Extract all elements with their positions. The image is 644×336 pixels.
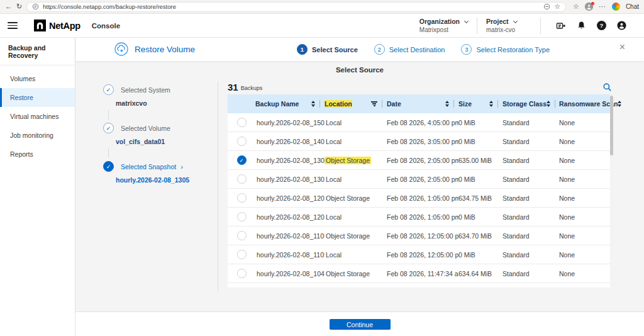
copilot-icon[interactable]	[612, 3, 620, 11]
ransomware-scan-cell: None	[559, 194, 613, 202]
sidebar-item-label: Virtual machines	[10, 113, 58, 120]
progress-connector	[108, 148, 109, 158]
sort-icon[interactable]	[445, 101, 449, 107]
sidebar-item[interactable]: Volumes	[0, 69, 75, 88]
divider	[477, 18, 477, 34]
column-divider	[497, 100, 498, 108]
column-header[interactable]: Backup Name	[255, 94, 325, 113]
table-row[interactable]: hourly.2026-02-08_1305 Local Feb 08 2026…	[228, 170, 613, 189]
column-header[interactable]: Date	[387, 94, 458, 113]
row-radio[interactable]	[237, 193, 247, 203]
sidebar-item-label: Volumes	[10, 75, 35, 82]
progress-item[interactable]: Selected System matrixcvo	[103, 84, 218, 123]
table-row[interactable]: hourly.2026-02-08_1405 Local Feb 08 2026…	[228, 132, 613, 151]
netapp-logo-mark	[34, 20, 46, 31]
sort-icon[interactable]	[489, 101, 493, 107]
table-row[interactable]: hourly.2026-02-08_1305 Object Storage Fe…	[228, 151, 613, 170]
organization-label: Organization	[419, 18, 460, 25]
close-icon[interactable]: ×	[619, 42, 625, 52]
step-label: Select Destination	[389, 46, 445, 53]
sidebar-item[interactable]: Virtual machines	[0, 107, 75, 126]
favorites-bar-icon[interactable]: ☆	[573, 3, 579, 10]
back-icon[interactable]: ←	[5, 3, 12, 10]
sort-icon[interactable]	[618, 101, 621, 107]
column-header[interactable]: Size	[458, 94, 502, 113]
progress-item[interactable]: Selected Snapshot › hourly.2026-02-08_13…	[103, 161, 218, 184]
step-number: 1	[297, 44, 308, 55]
favorite-star-icon[interactable]: ☆	[554, 3, 560, 10]
notifications-bell-icon[interactable]	[577, 21, 586, 30]
wizard-step[interactable]: 3 Select Restoration Type	[461, 44, 550, 55]
restore-volume-icon	[114, 42, 128, 56]
column-header[interactable]: Location	[325, 94, 387, 113]
browser-profile-avatar[interactable]	[585, 3, 593, 11]
row-radio[interactable]	[237, 250, 247, 259]
step-label: Select Restoration Type	[476, 46, 550, 53]
organization-selector[interactable]: Organization Matrixpost	[419, 18, 468, 33]
address-bar[interactable]: https://console.netapp.com/backup-restor…	[26, 2, 566, 12]
scrollbar-thumb[interactable]	[610, 96, 613, 155]
site-info-icon[interactable]	[32, 3, 39, 10]
table-row[interactable]: hourly.2026-02-08_1047 Object Storage Fe…	[228, 264, 613, 283]
wizard-step[interactable]: 1 Select Source	[297, 44, 358, 55]
product-name: Console	[92, 22, 120, 30]
table-row[interactable]: hourly.2026-02-08_1505 Local Feb 08 2026…	[228, 113, 613, 132]
ransomware-scan-cell: None	[559, 119, 613, 126]
column-header-label: Backup Name	[255, 100, 299, 108]
row-radio[interactable]	[237, 231, 247, 240]
wizard-step[interactable]: 2 Select Destination	[374, 44, 445, 55]
progress-item[interactable]: Selected Volume vol_cifs_data01	[103, 123, 218, 161]
sidebar-item[interactable]: Restore	[0, 88, 75, 107]
location-cell: Object Storage	[325, 194, 387, 202]
column-header[interactable]: Ransomware Scan	[559, 94, 626, 113]
netapp-logo[interactable]: NetApp	[34, 20, 80, 31]
sidebar: Backup and Recovery Volumes Restore Virt…	[0, 38, 75, 336]
column-header[interactable]: Storage Class	[502, 94, 559, 113]
progress-label: Selected Volume	[121, 125, 170, 132]
sort-icon[interactable]	[547, 101, 550, 107]
browser-essentials-icon[interactable]	[543, 3, 550, 10]
copilot-chat-label[interactable]: Chat	[626, 3, 639, 10]
backup-name-cell: hourly.2026-02-08_1205	[255, 194, 325, 202]
table-row[interactable]: hourly.2026-02-08_1105 Local Feb 08 2026…	[228, 245, 613, 264]
sort-icon[interactable]	[311, 101, 315, 107]
column-header-label: Storage Class	[502, 100, 547, 108]
table-row[interactable]: hourly.2026-02-08_1205 Object Storage Fe…	[228, 189, 613, 208]
date-cell: Feb 08 2026, 2:05:00 pm	[387, 157, 458, 164]
storage-class-cell: Standard	[502, 157, 559, 164]
backup-name-cell: hourly.2026-02-08_1305	[255, 176, 325, 183]
sidebar-item[interactable]: Reports	[0, 145, 75, 164]
wizard-title: Restore Volume	[114, 42, 195, 56]
continue-button[interactable]: Continue	[330, 319, 391, 330]
row-radio[interactable]	[237, 174, 247, 184]
workloads-icon[interactable]	[556, 21, 566, 31]
column-divider	[319, 100, 320, 108]
backup-count: 31	[228, 82, 238, 92]
row-radio[interactable]	[237, 118, 247, 127]
refresh-icon[interactable]: ↻	[16, 3, 22, 10]
project-selector[interactable]: Project matrix-cvo	[486, 18, 531, 33]
table-scrollbar[interactable]	[610, 94, 613, 288]
ransomware-scan-cell: None	[559, 213, 613, 221]
more-menu-icon[interactable]: ⋯	[599, 3, 606, 11]
column-header-label: Location	[325, 100, 352, 108]
row-radio[interactable]	[237, 212, 247, 221]
screen: ← ↻ https://console.netapp.com/backup-re…	[0, 0, 644, 336]
user-profile-icon[interactable]	[617, 21, 626, 30]
row-radio[interactable]	[237, 155, 247, 165]
sidebar-item[interactable]: Job monitoring	[0, 126, 75, 145]
ransomware-scan-cell: None	[559, 157, 613, 164]
project-value: matrix-cvo	[486, 26, 531, 33]
filter-icon[interactable]	[371, 101, 377, 106]
row-radio[interactable]	[237, 269, 247, 278]
table-row[interactable]: hourly.2026-02-08_1105 Object Storage Fe…	[228, 227, 613, 245]
table-row[interactable]: hourly.2026-02-08_1205 Local Feb 08 2026…	[228, 208, 613, 227]
date-cell: Feb 08 2026, 12:05:00 pm	[387, 232, 458, 240]
menu-icon[interactable]	[8, 22, 18, 29]
help-icon[interactable]: ?	[597, 21, 606, 30]
storage-class-cell: Standard	[502, 213, 559, 221]
url-text: https://console.netapp.com/backup-restor…	[43, 3, 540, 10]
search-icon[interactable]	[602, 82, 612, 92]
row-radio[interactable]	[237, 137, 247, 146]
storage-class-cell: Standard	[502, 138, 559, 145]
